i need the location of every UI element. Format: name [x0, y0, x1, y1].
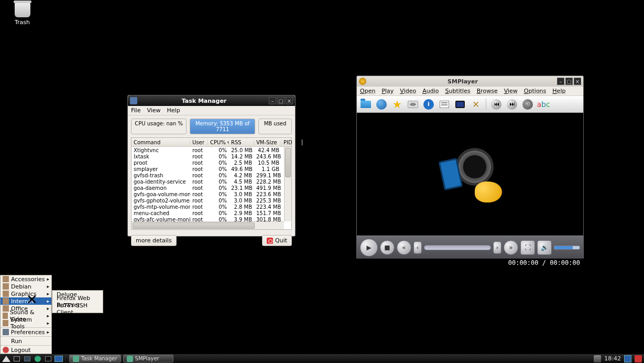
menu-item-accessories[interactable]: Accessories▸: [1, 275, 51, 283]
taskbar-task-smplayer[interactable]: SMPlayer: [123, 355, 173, 362]
step-back-button[interactable]: ‹: [413, 241, 422, 254]
scrollbar-thumb[interactable]: [133, 222, 255, 229]
category-icon: [3, 298, 9, 304]
menubar-smplayer: Open Play Video Audio Subtitles Browse V…: [357, 87, 583, 96]
table-row[interactable]: menu-cachedroot0%2.9 MB151.7 MB14697: [132, 210, 291, 216]
terminal-launcher-icon[interactable]: [44, 355, 52, 362]
menu-audio[interactable]: Audio: [422, 88, 439, 94]
info-icon[interactable]: i: [423, 99, 434, 110]
category-icon: [3, 291, 9, 297]
table-row[interactable]: gvfs-goa-volume-monitorroot0%3.0 MB223.6…: [132, 191, 291, 197]
task-icon: [127, 356, 133, 362]
table-row[interactable]: gvfs-afc-volume-monitorroot0%3.9 MB301.8…: [132, 216, 291, 221]
open-file-icon[interactable]: [360, 99, 372, 110]
tray-monitor-icon[interactable]: [624, 355, 631, 362]
playlist-icon[interactable]: [439, 99, 450, 110]
table-row[interactable]: gvfs-mtp-volume-monitorroot0%2.8 MB223.4…: [132, 204, 291, 210]
table-row[interactable]: prootroot0%2.5 MB10.5 MB13794: [132, 159, 291, 166]
tv-icon[interactable]: [454, 99, 466, 110]
start-button[interactable]: [2, 355, 10, 362]
menu-item-system-tools[interactable]: System Tools▸: [1, 319, 51, 327]
menu-browse[interactable]: Browse: [477, 88, 498, 94]
mute-button[interactable]: 🔊: [537, 240, 552, 255]
submenu-item-putty-ssh-client[interactable]: PuTTY SSH Client: [52, 305, 103, 313]
preferences-icon[interactable]: ✕: [470, 99, 482, 110]
taskbar-task-task-manager[interactable]: Task Manager: [69, 355, 121, 362]
close-button[interactable]: ×: [286, 97, 293, 104]
table-row[interactable]: Xtightvncroot0%25.0 MB42.4 MB14162: [132, 147, 291, 153]
volume-slider[interactable]: [554, 245, 580, 250]
file-manager-icon[interactable]: [23, 355, 31, 362]
minimize-button[interactable]: –: [557, 78, 564, 85]
horizontal-scrollbar[interactable]: [132, 221, 284, 229]
table-row[interactable]: gvfs-gphoto2-volume-monitorroot0%3.0 MB2…: [132, 197, 291, 204]
screenshot-icon[interactable]: [407, 99, 419, 110]
desktop-icon-trash[interactable]: Trash: [8, 3, 37, 26]
tray-volume-icon[interactable]: [594, 355, 601, 362]
next-track-icon[interactable]: ⏭: [506, 99, 518, 110]
menu-item-internet[interactable]: Internet▸: [1, 297, 51, 305]
subtitle-search-icon[interactable]: abc: [538, 99, 549, 110]
table-row[interactable]: goa-daemonroot0%23.1 MB491.9 MB14722: [132, 185, 291, 191]
col-pid[interactable]: PID: [281, 140, 302, 145]
taskbar: Task ManagerSMPlayer 18:42: [0, 354, 644, 363]
fullscreen-button[interactable]: ⛶: [520, 240, 535, 255]
menu-open[interactable]: Open: [360, 88, 375, 94]
menu-video[interactable]: Video: [400, 88, 416, 94]
favorites-icon[interactable]: ★: [391, 99, 403, 110]
menu-help[interactable]: Help: [552, 88, 565, 94]
show-desktop-icon[interactable]: [13, 355, 21, 362]
app-icon-task-manager: [130, 97, 137, 104]
step-fwd-button[interactable]: ›: [493, 241, 501, 254]
toolbar-smplayer: ★ i ✕ ⏮ ⏭ ⟲ abc: [357, 96, 583, 113]
col-vmsize[interactable]: VM-Size: [254, 140, 281, 145]
repeat-icon[interactable]: ⟲: [522, 99, 533, 110]
play-button[interactable]: ▶: [360, 239, 378, 257]
category-icon: [3, 283, 9, 290]
pager-icon[interactable]: [54, 355, 63, 362]
minimize-button[interactable]: –: [269, 97, 276, 104]
menu-subtitles[interactable]: Subtitles: [445, 88, 470, 94]
menu-item-run[interactable]: Run: [1, 337, 51, 345]
logout-icon: [3, 347, 9, 353]
menu-view[interactable]: View: [504, 88, 518, 94]
prev-track-icon[interactable]: ⏮: [490, 99, 502, 110]
table-row[interactable]: smplayerroot0%49.6 MB1.1 GB14979: [132, 166, 291, 172]
window-smplayer: SMPlayer – ▢ × Open Play Video Audio Sub…: [356, 76, 584, 259]
menu-item-debian[interactable]: Debian▸: [1, 283, 51, 290]
menu-item-graphics[interactable]: Graphics▸: [1, 290, 51, 297]
menu-item-logout[interactable]: Logout: [1, 346, 51, 354]
vertical-scrollbar[interactable]: [284, 147, 291, 221]
col-command[interactable]: Command: [132, 140, 190, 145]
maximize-button[interactable]: ▢: [277, 97, 285, 104]
open-url-icon[interactable]: [376, 99, 387, 110]
table-row[interactable]: goa-identity-serviceroot0%4.5 MB228.2 MB…: [132, 178, 291, 185]
menu-help[interactable]: Help: [167, 107, 180, 114]
window-task-manager: Task Manager – ▢ × File View Help CPU us…: [127, 95, 296, 237]
titlebar-smplayer[interactable]: SMPlayer – ▢ ×: [357, 76, 583, 87]
col-cpu[interactable]: CPU% ▾: [208, 140, 229, 145]
maximize-button[interactable]: ▢: [565, 78, 573, 85]
rewind-button[interactable]: «: [397, 240, 411, 255]
seek-bar[interactable]: [424, 245, 491, 250]
menu-file[interactable]: File: [131, 107, 140, 114]
menu-view[interactable]: View: [147, 107, 160, 114]
table-row[interactable]: gvfsd-trashroot0%4.2 MB299.1 MB14735: [132, 172, 291, 178]
forward-button[interactable]: »: [504, 240, 518, 255]
stop-button[interactable]: ■: [380, 240, 395, 255]
menu-item-preferences[interactable]: Preferences▸: [1, 328, 51, 336]
quit-button[interactable]: Quit: [262, 235, 292, 246]
col-rss[interactable]: RSS: [229, 140, 254, 145]
titlebar-task-manager[interactable]: Task Manager – ▢ ×: [128, 95, 295, 106]
menu-options[interactable]: Options: [524, 88, 546, 94]
menu-play[interactable]: Play: [381, 88, 394, 94]
tray-power-icon[interactable]: [635, 355, 642, 362]
table-row[interactable]: lxtaskroot0%14.2 MB243.6 MB14971: [132, 153, 291, 159]
clock[interactable]: 18:42: [604, 355, 621, 362]
video-canvas[interactable]: [357, 113, 583, 236]
more-details-button[interactable]: more details: [131, 235, 177, 246]
close-button[interactable]: ×: [574, 78, 581, 85]
col-user[interactable]: User: [190, 140, 208, 145]
browser-launcher-icon[interactable]: [34, 355, 42, 362]
scrollbar-thumb[interactable]: [285, 148, 291, 177]
